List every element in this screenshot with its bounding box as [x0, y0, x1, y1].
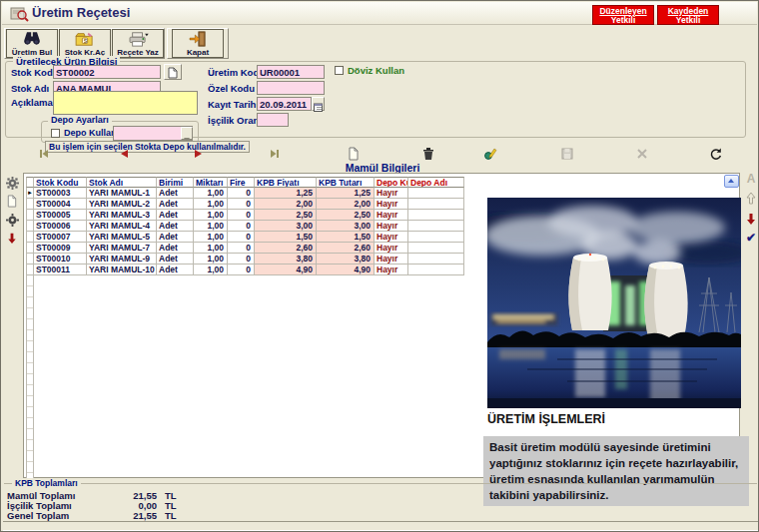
- new-record-button[interactable]: [347, 147, 361, 161]
- cell-depo-adi[interactable]: [408, 232, 464, 243]
- cell-kpb-fiyati[interactable]: 1,25: [255, 188, 317, 199]
- cell-depo-kul[interactable]: Hayır: [375, 265, 408, 275]
- cell-miktari[interactable]: 1,00: [194, 232, 228, 243]
- table-row[interactable]: ST00005 YARI MAMUL-3 Adet 1,00 0 2,50 2,…: [26, 210, 465, 221]
- move-up-icon[interactable]: [744, 192, 758, 208]
- cell-miktari[interactable]: 1,00: [194, 199, 228, 210]
- cell-fire[interactable]: 0: [228, 232, 255, 243]
- table-row[interactable]: ST00007 YARI MAMUL-5 Adet 1,00 0 1,50 1,…: [26, 232, 465, 243]
- table-row[interactable]: ST00006 YARI MAMUL-4 Adet 1,00 0 3,00 3,…: [26, 221, 465, 232]
- edit-record-button[interactable]: [483, 147, 497, 161]
- header-depo-kul[interactable]: Depo Kul.: [375, 177, 408, 188]
- aciklama-textarea[interactable]: [53, 91, 198, 115]
- cell-miktari[interactable]: 1,00: [194, 254, 228, 265]
- cell-kpb-fiyati[interactable]: 2,00: [255, 199, 317, 210]
- cell-stok-kodu[interactable]: ST00007: [34, 232, 87, 243]
- print-grid-icon[interactable]: [6, 213, 20, 227]
- cell-depo-adi[interactable]: [408, 265, 464, 275]
- cell-stok-kodu[interactable]: ST00010: [34, 254, 87, 265]
- header-birimi[interactable]: Birimi: [157, 177, 194, 188]
- cell-kpb-fiyati[interactable]: 1,50: [255, 232, 317, 243]
- cell-depo-adi[interactable]: [408, 243, 464, 254]
- cell-kpb-fiyati[interactable]: 2,50: [255, 210, 317, 221]
- cell-miktari[interactable]: 1,00: [194, 243, 228, 254]
- cell-stok-adi[interactable]: YARI MAMUL-3: [87, 210, 157, 221]
- cell-miktari[interactable]: 1,00: [194, 221, 228, 232]
- cell-depo-kul[interactable]: Hayır: [375, 199, 408, 210]
- header-stok-kodu[interactable]: Stok Kodu: [34, 177, 87, 188]
- cell-kpb-tutari[interactable]: 2,00: [317, 199, 375, 210]
- kapat-button[interactable]: Kapat: [172, 29, 224, 58]
- cell-stok-kodu[interactable]: ST00004: [34, 199, 87, 210]
- cell-stok-adi[interactable]: YARI MAMUL-1: [87, 188, 157, 199]
- cell-stok-adi[interactable]: YARI MAMUL-10: [87, 265, 157, 275]
- cell-depo-adi[interactable]: [408, 199, 464, 210]
- cell-fire[interactable]: 0: [228, 221, 255, 232]
- cell-birimi[interactable]: Adet: [157, 265, 194, 275]
- delete-record-button[interactable]: [421, 147, 435, 161]
- cell-kpb-tutari[interactable]: 3,80: [317, 254, 375, 265]
- cell-birimi[interactable]: Adet: [157, 254, 194, 265]
- cell-stok-adi[interactable]: YARI MAMUL-7: [87, 243, 157, 254]
- cell-depo-kul[interactable]: Hayır: [375, 221, 408, 232]
- cell-kpb-tutari[interactable]: 4,90: [317, 265, 375, 275]
- table-row[interactable]: ST00010 YARI MAMUL-9 Adet 1,00 0 3,80 3,…: [26, 254, 465, 265]
- font-tool-icon[interactable]: A: [744, 172, 758, 188]
- cell-depo-kul[interactable]: Hayır: [375, 243, 408, 254]
- cell-miktari[interactable]: 1,00: [194, 265, 228, 275]
- previous-record-button[interactable]: [117, 147, 131, 161]
- cell-fire[interactable]: 0: [228, 254, 255, 265]
- stok-kodu-input[interactable]: ST00002: [53, 65, 161, 79]
- cell-kpb-fiyati[interactable]: 2,60: [255, 243, 317, 254]
- depo-dropdown-button[interactable]: [181, 127, 193, 140]
- uretim-kodu-input[interactable]: UR00001: [257, 65, 325, 79]
- cell-miktari[interactable]: 1,00: [194, 210, 228, 221]
- cell-fire[interactable]: 0: [228, 265, 255, 275]
- table-row[interactable]: ST00009 YARI MAMUL-7 Adet 1,00 0 2,60 2,…: [26, 243, 465, 254]
- settings-gear-icon[interactable]: [6, 176, 20, 190]
- stok-karti-ac-button[interactable]: S Stok Kr.Aç: [59, 29, 111, 58]
- move-down-icon[interactable]: [744, 212, 758, 228]
- cell-fire[interactable]: 0: [228, 243, 255, 254]
- kaydeden-yetkili-button[interactable]: KaydedenYetkili: [657, 5, 719, 25]
- cell-fire[interactable]: 0: [228, 188, 255, 199]
- cell-birimi[interactable]: Adet: [157, 210, 194, 221]
- cell-depo-kul[interactable]: Hayır: [375, 210, 408, 221]
- header-fire[interactable]: Fire: [228, 177, 255, 188]
- cell-kpb-tutari[interactable]: 3,00: [317, 221, 375, 232]
- cell-stok-adi[interactable]: YARI MAMUL-5: [87, 232, 157, 243]
- cell-stok-adi[interactable]: YARI MAMUL-4: [87, 221, 157, 232]
- cell-kpb-tutari[interactable]: 1,25: [317, 188, 375, 199]
- header-depo-adi[interactable]: Depo Adı: [408, 177, 464, 188]
- new-document-icon[interactable]: [6, 194, 20, 208]
- last-record-button[interactable]: [268, 147, 282, 161]
- cell-stok-kodu[interactable]: ST00005: [34, 210, 87, 221]
- cell-birimi[interactable]: Adet: [157, 221, 194, 232]
- cell-birimi[interactable]: Adet: [157, 232, 194, 243]
- cancel-edit-button[interactable]: [635, 147, 649, 161]
- kayit-tarihi-input[interactable]: 20.09.2011: [257, 97, 312, 111]
- cell-kpb-fiyati[interactable]: 3,00: [255, 221, 317, 232]
- cell-depo-kul[interactable]: Hayır: [375, 254, 408, 265]
- cell-fire[interactable]: 0: [228, 199, 255, 210]
- header-stok-adi[interactable]: Stok Adı: [87, 177, 157, 188]
- table-row[interactable]: ST00004 YARI MAMUL-2 Adet 1,00 0 2,00 2,…: [26, 199, 465, 210]
- cell-depo-adi[interactable]: [408, 254, 464, 265]
- recete-yaz-button[interactable]: Reçete Yaz: [112, 29, 164, 58]
- cell-stok-kodu[interactable]: ST00003: [34, 188, 87, 199]
- cell-birimi[interactable]: Adet: [157, 188, 194, 199]
- cell-kpb-tutari[interactable]: 2,60: [317, 243, 375, 254]
- uretim-bul-button[interactable]: Üretim Bul: [6, 29, 58, 58]
- depo-kullan-checkbox[interactable]: [51, 129, 60, 138]
- confirm-check-icon[interactable]: ✔: [744, 231, 758, 247]
- cell-birimi[interactable]: Adet: [157, 199, 194, 210]
- first-record-button[interactable]: [37, 147, 51, 161]
- duzenleyen-yetkili-button[interactable]: DüzenleyenYetkili: [592, 5, 654, 25]
- save-record-button[interactable]: [560, 147, 574, 161]
- cell-stok-kodu[interactable]: ST00011: [34, 265, 87, 275]
- cell-depo-adi[interactable]: [408, 221, 464, 232]
- table-row[interactable]: ► ST00003 YARI MAMUL-1 Adet 1,00 0 1,25 …: [26, 188, 465, 199]
- table-row[interactable]: ST00011 YARI MAMUL-10 Adet 1,00 0 4,90 4…: [26, 265, 465, 275]
- cell-depo-adi[interactable]: [408, 210, 464, 221]
- cell-depo-kul[interactable]: Hayır: [375, 232, 408, 243]
